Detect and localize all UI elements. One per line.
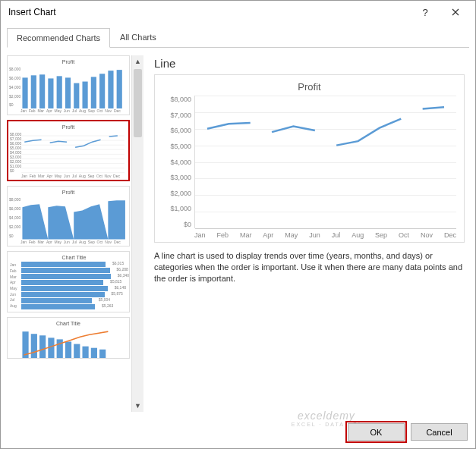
chart-thumb-line[interactable]: Profit $8,000$7,000$6,000$5,000$4,000$3,… xyxy=(7,120,130,181)
thumb-title: Profit xyxy=(10,190,127,195)
insert-chart-dialog: Insert Chart ? Recommended Charts All Ch… xyxy=(0,0,476,449)
svg-rect-0 xyxy=(22,77,27,108)
scroll-up-icon[interactable]: ▲ xyxy=(132,55,143,68)
thumb-title: Profit xyxy=(10,59,127,64)
svg-rect-10 xyxy=(108,71,113,108)
chart-title: Profit xyxy=(162,81,456,93)
y-axis: $8,000$7,000$6,000$5,000$4,000$3,000$2,0… xyxy=(162,96,194,228)
chart-description: A line chart is used to display trends o… xyxy=(154,250,465,284)
scroll-thumb[interactable] xyxy=(134,69,142,137)
svg-rect-5 xyxy=(65,77,71,108)
close-icon xyxy=(452,8,459,16)
svg-rect-28 xyxy=(82,346,88,358)
preview-chart[interactable]: Profit $8,000$7,000$6,000$5,000$4,000$3,… xyxy=(154,74,465,243)
chart-canvas xyxy=(194,96,456,228)
thumb-yaxis: $8,000$6,000$4,000$2,000$0 xyxy=(9,67,20,107)
scroll-down-icon[interactable]: ▼ xyxy=(132,400,143,412)
tab-recommended[interactable]: Recommended Charts xyxy=(7,28,110,48)
tab-all-charts[interactable]: All Charts xyxy=(110,27,166,47)
svg-rect-6 xyxy=(74,83,79,109)
svg-rect-9 xyxy=(99,74,105,108)
svg-rect-27 xyxy=(74,344,80,358)
svg-rect-23 xyxy=(39,335,46,359)
svg-rect-30 xyxy=(99,349,106,358)
column-chart-icon xyxy=(10,66,127,108)
thumb-scrollbar[interactable]: ▲ ▼ xyxy=(131,55,143,412)
thumb-title: Profit xyxy=(11,124,126,130)
thumbnail-list: Profit $8,000$6,000$4,000$2,000$0 J xyxy=(7,55,131,412)
help-button[interactable]: ? xyxy=(410,2,440,23)
thumb-title: Chart Title xyxy=(21,255,127,260)
close-button[interactable] xyxy=(440,2,471,23)
svg-rect-3 xyxy=(48,78,53,108)
thumbnail-panel: Profit $8,000$6,000$4,000$2,000$0 J xyxy=(7,55,143,412)
x-axis: JanFebMarAprMayJunJulAugSepOctNovDec xyxy=(162,228,456,239)
chart-type-label: Line xyxy=(154,57,465,70)
line-series xyxy=(195,96,456,228)
svg-rect-8 xyxy=(91,77,96,108)
thumb-xaxis: JanFebMarAprMayJunJulAugSepOctNovDec xyxy=(10,240,127,244)
svg-rect-26 xyxy=(65,341,71,359)
svg-rect-4 xyxy=(57,76,62,108)
thumb-xaxis: JanFebMarAprMayJunJulAugSepOctNovDec xyxy=(11,174,126,178)
bar-chart-icon: $6,015 $6,288 $6,340 $5,815 $6,148 $5,87… xyxy=(21,262,127,309)
titlebar: Insert Chart ? xyxy=(1,1,475,24)
dialog-footer: OK Cancel xyxy=(348,423,468,441)
svg-rect-25 xyxy=(57,339,63,359)
svg-rect-22 xyxy=(31,334,37,359)
combo-chart-icon xyxy=(10,328,127,359)
thumb-yaxis: $8,000$6,000$4,000$2,000$0 xyxy=(9,197,20,237)
chart-thumb-area[interactable]: Profit $8,000$6,000$4,000$2,000$0 JanFeb… xyxy=(7,186,130,246)
svg-rect-1 xyxy=(31,75,36,108)
ok-button[interactable]: OK xyxy=(348,423,405,441)
svg-rect-2 xyxy=(39,74,45,108)
area-chart-icon xyxy=(10,196,127,239)
chart-thumb-bar[interactable]: Chart Title JanFebMarAprMayJunJulAug $6,… xyxy=(7,251,130,312)
svg-rect-24 xyxy=(48,338,54,359)
cancel-button[interactable]: Cancel xyxy=(411,423,468,441)
thumb-yaxis: JanFebMarAprMayJunJulAug xyxy=(10,262,17,309)
dialog-body: Profit $8,000$6,000$4,000$2,000$0 J xyxy=(1,48,475,412)
chart-thumb-combo[interactable]: Chart Title xyxy=(7,317,130,359)
plot-area: $8,000$7,000$6,000$5,000$4,000$3,000$2,0… xyxy=(162,96,456,228)
line-chart-icon xyxy=(11,131,126,174)
svg-rect-29 xyxy=(91,347,97,358)
thumb-xaxis: JanFebMarAprMayJunJulAugSepOctNovDec xyxy=(10,108,127,113)
tab-bar: Recommended Charts All Charts xyxy=(1,24,475,47)
thumb-yaxis: $8,000$7,000$6,000$5,000$4,000$3,000$2,0… xyxy=(10,132,21,172)
thumb-title: Chart Title xyxy=(10,321,127,326)
svg-rect-11 xyxy=(117,70,122,108)
preview-panel: Line Profit $8,000$7,000$6,000$5,000$4,0… xyxy=(143,55,469,412)
svg-rect-7 xyxy=(82,82,87,109)
dialog-title: Insert Chart xyxy=(8,7,410,17)
chart-thumb-column[interactable]: Profit $8,000$6,000$4,000$2,000$0 J xyxy=(7,55,130,115)
